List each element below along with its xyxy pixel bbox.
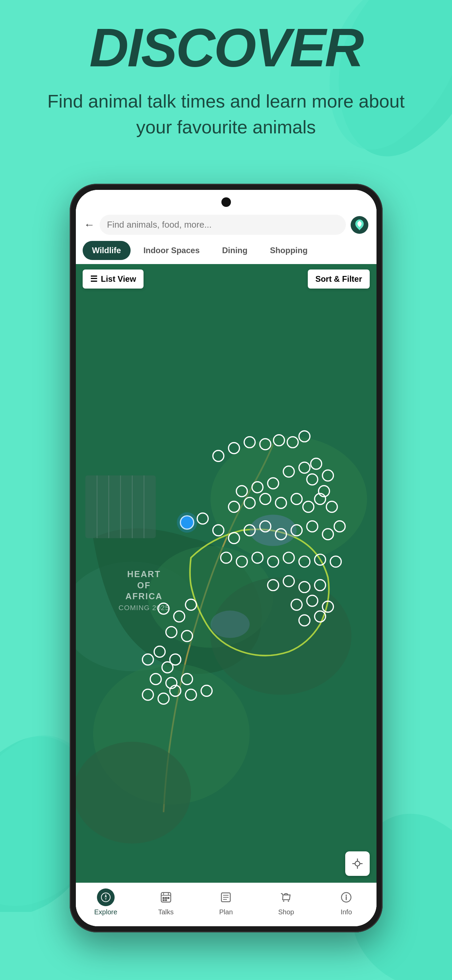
svg-text:COMING 2025: COMING 2025 [118,604,170,611]
sort-filter-button[interactable]: Sort & Filter [308,269,370,288]
nav-label-info: Info [341,908,352,916]
location-button[interactable] [345,851,370,876]
search-input[interactable] [100,215,346,235]
bottom-nav: Explore [76,883,376,926]
svg-text:OF: OF [137,581,151,590]
svg-point-7 [76,742,191,843]
compass-icon [97,888,114,906]
nav-item-plan[interactable]: Plan [196,888,256,916]
category-tabs: Wildlife Indoor Spaces Dining Shopping [76,241,376,264]
crosshair-icon [352,858,363,869]
svg-point-111 [283,900,284,902]
plan-icon [217,888,235,906]
header-section: DISCOVER Find animal talk times and lear… [0,21,452,140]
svg-point-90 [355,861,360,866]
tab-indoor-spaces[interactable]: Indoor Spaces [134,241,209,260]
search-bar: ← [76,208,376,241]
svg-marker-96 [105,894,107,897]
shop-icon [277,888,295,906]
svg-point-8 [250,514,297,546]
svg-point-112 [288,900,289,902]
nav-label-explore: Explore [94,908,117,916]
svg-marker-97 [105,897,107,901]
nav-item-explore[interactable]: Explore [76,888,136,916]
phone-frame: ← Wildlife Indoor Spaces [70,184,382,932]
tab-shopping[interactable]: Shopping [260,241,317,260]
phone-mockup: ← Wildlife Indoor Spaces [70,184,382,932]
nav-label-plan: Plan [219,908,233,916]
svg-rect-102 [163,897,165,899]
list-view-button[interactable]: ☰ List View [82,269,144,288]
app-content: ← Wildlife Indoor Spaces [76,190,376,926]
svg-rect-106 [165,899,167,901]
svg-point-35 [177,512,197,533]
svg-rect-105 [163,899,165,901]
svg-point-3 [210,436,366,562]
list-icon: ☰ [90,274,98,284]
page-title: DISCOVER [27,21,425,75]
nav-item-shop[interactable]: Shop [256,888,316,916]
back-arrow-icon[interactable]: ← [84,218,95,231]
map-area[interactable]: ☰ List View Sort & Filter [76,264,376,883]
svg-text:AFRICA: AFRICA [125,592,162,601]
svg-rect-104 [167,897,170,899]
nav-label-shop: Shop [278,908,294,916]
phone-screen: ← Wildlife Indoor Spaces [76,190,376,926]
nav-item-info[interactable]: Info [316,888,376,916]
svg-text:HEART: HEART [127,570,161,579]
app-logo-icon [350,216,368,234]
nav-item-talks[interactable]: Talks [136,888,196,916]
zoo-map-svg: HEART OF AFRICA COMING 2025 [76,264,376,883]
subtitle: Find animal talk times and learn more ab… [27,89,425,140]
svg-rect-103 [165,897,167,899]
map-controls: ☰ List View Sort & Filter [76,269,376,288]
svg-point-9 [210,611,249,638]
info-icon [338,888,355,906]
svg-point-115 [346,894,347,896]
tab-wildlife[interactable]: Wildlife [82,241,131,260]
nav-label-talks: Talks [158,908,174,916]
tab-dining[interactable]: Dining [213,241,257,260]
camera-notch [221,197,231,207]
talks-icon [157,888,175,906]
